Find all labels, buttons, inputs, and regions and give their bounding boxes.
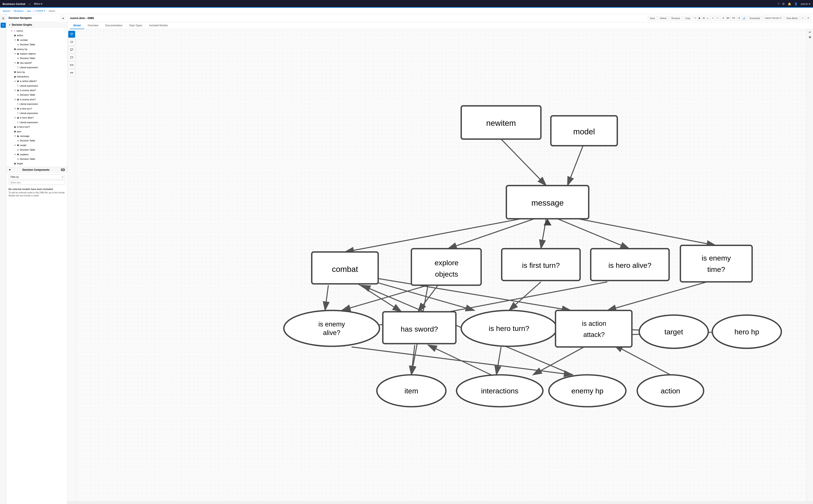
redo-button[interactable]: ↪ [715,16,719,20]
tree-item-has-sword-lit[interactable]: Σ Literal expression [6,65,67,70]
newitem-dot [17,154,19,155]
tree-item-is-first-turn-lit[interactable]: Σ Literal expression [6,111,67,116]
tree-item-model[interactable]: ▼ model [6,143,67,148]
notifications-icon[interactable]: 🔔 [788,2,791,6]
tab-overview[interactable]: Overview [84,22,102,29]
edit-icon-button[interactable]: ✏ [693,16,698,20]
select-tool-button[interactable] [68,31,75,38]
tree-item-is-action-attack[interactable]: ▼ is action attack? [6,79,67,83]
bottom-scrollbar[interactable] [67,501,813,504]
delete-button[interactable]: Delete [658,16,669,20]
right-icons-panel: 👁 ◉ [807,29,813,501]
chart-button[interactable]: 📊 [741,16,746,20]
latest-version-button[interactable]: Latest Version ▾ [763,16,783,20]
menu-button[interactable]: Menu ▾ [34,2,42,5]
collapse-button[interactable]: ◀ [61,16,65,20]
tree-item-newitem-dt[interactable]: ⊞ Decision Table [6,157,67,161]
save-button[interactable]: Save [648,16,657,20]
expand-button[interactable]: ⤢ [801,16,805,20]
rect-tool-button[interactable] [68,54,75,61]
settings-icon[interactable]: ⚙ [782,2,785,6]
tree-item-item[interactable]: item [6,129,67,134]
svg-text:is enemy: is enemy [318,320,345,328]
tree-item-is-first-turn[interactable]: ▼ is first turn? [6,107,67,111]
dc-empty-desc: To add an external model to this DMN fil… [9,191,65,197]
tree-item-combat-dt[interactable]: ⊞ Decision Table [6,42,67,47]
help-icon[interactable]: ? [778,2,779,6]
thin-rect-tool-button[interactable] [68,69,75,76]
tree-item-explore-objects[interactable]: ▼ explore objects [6,52,67,56]
tree-item-enemy-hp[interactable]: enemy hp [6,47,67,52]
view-alerts-button[interactable]: View Alerts [784,16,800,20]
tab-includedmodels[interactable]: Included Models [146,22,171,29]
download-button[interactable]: Download [748,16,762,20]
dc-filter-select[interactable]: Filter by [9,175,65,179]
dc-search-input[interactable] [9,180,65,185]
wide-rect-tool-button[interactable] [68,62,75,68]
tree-item-is-hero-alive-lit[interactable]: Σ Literal expression [6,120,67,125]
tree-item-model-dt[interactable]: ⊞ Decision Table [6,148,67,152]
home-icon[interactable]: ⌂ [29,2,30,6]
tree-item-explore-dt[interactable]: ⊞ Decision Table [6,56,67,61]
zoom-down-button[interactable]: ↓▾ [721,16,725,20]
zoom-button2[interactable]: ⊕▾ [725,16,731,20]
comment-tool-button[interactable] [68,46,75,53]
tree-item-is-hero-alive[interactable]: ▼ is hero alive? [6,116,67,120]
dmn-canvas[interactable]: newitem model message combat explore [76,29,807,501]
view2-icon[interactable]: ◉ [809,35,811,39]
tree-item-newitem[interactable]: ▼ newitem [6,152,67,157]
play-icon-button[interactable]: ▶ [698,16,702,20]
decision-components-header[interactable]: ▼ Decision Components 0 [6,167,67,173]
close-button[interactable]: ✕ [806,16,810,20]
tree-item-message[interactable]: ▼ message [6,134,67,138]
tree-item-hero-hp[interactable]: hero hp [6,70,67,74]
tree-item-interactions[interactable]: interactions [6,74,67,79]
grid-icon-button[interactable]: ⊞ [702,16,706,20]
tree-item-room1[interactable]: ▼ ✦ room1 [6,29,67,33]
breadcrumb-myspace[interactable]: MySpace [14,10,24,12]
breadcrumb-spaces[interactable]: Spaces [3,10,10,12]
list-icon-button[interactable]: ≡ [706,16,709,20]
tree-item-is-enemy-alive[interactable]: ▼ is enemy alive? [6,88,67,93]
table-icon4: ⊞ [17,139,19,142]
nav-icon[interactable]: ⊞ [1,16,6,21]
svg-rect-6 [70,72,73,73]
admin-menu[interactable]: admin ▾ [801,2,810,6]
tree-item-is-enemy-time[interactable]: ▼ is enemy time? [6,97,67,102]
user-icon[interactable]: 👤 [794,2,798,6]
breadcrumb-aaa[interactable]: aaa [27,10,31,12]
tree-item-combat[interactable]: ▼ combat [6,38,67,42]
svg-line-15 [325,285,328,310]
icon-toolbar-group: ✏ ▶ ⊞ ≡ [693,16,710,20]
undo-button[interactable]: ↩ [711,16,715,20]
svg-line-24 [607,282,707,310]
editor-icon[interactable]: ✎ [1,23,6,28]
tree-item-has-sword[interactable]: ▼ has sword? [6,61,67,65]
tab-model[interactable]: Model [70,22,84,29]
zoom-fit-button[interactable]: ⟳▾ [731,16,736,20]
tree-item-action[interactable]: action [6,33,67,38]
oval-tool-button[interactable] [68,39,75,45]
breadcrumb-master[interactable]: master ▾ [36,9,45,12]
tab-datatypes[interactable]: Data Types [126,22,145,29]
tree-item-is-enemy-alive-dt[interactable]: ⊞ Decision Table [6,93,67,97]
tree-item-is-action-lit[interactable]: Σ Literal expression [6,84,67,88]
svg-text:hero hp: hero hp [734,328,759,336]
eye-icon[interactable]: 👁 [809,31,811,34]
breadcrumb: Spaces › MySpace › aaa › ρ master ▾ › ro… [0,8,813,14]
layout-button[interactable]: ≈▾ [736,16,741,20]
tree-item-target[interactable]: target [6,161,67,166]
rename-button[interactable]: Rename [669,16,682,20]
tree-item-message-dt[interactable]: ⊞ Decision Table [6,138,67,143]
main-layout: ⊞ ✎ Decision Navigator ◀ ▼ Decision Grap… [0,14,813,504]
svg-text:enemy hp: enemy hp [571,387,604,395]
decision-graphs-header[interactable]: ▼ Decision Graphs [6,22,67,28]
dc-filter: Filter by ▾ [9,175,65,179]
copy-button[interactable]: Copy [683,16,692,20]
svg-line-10 [345,219,521,252]
undo-redo-group: ↩ ↪ [711,16,720,20]
tree-item-is-enemy-time-lit[interactable]: Σ Literal expression [6,102,67,106]
svg-text:interactions: interactions [481,387,518,395]
tab-documentation[interactable]: Documentation [102,22,126,29]
tree-item-is-hero-turn[interactable]: is hero turn? [6,125,67,129]
